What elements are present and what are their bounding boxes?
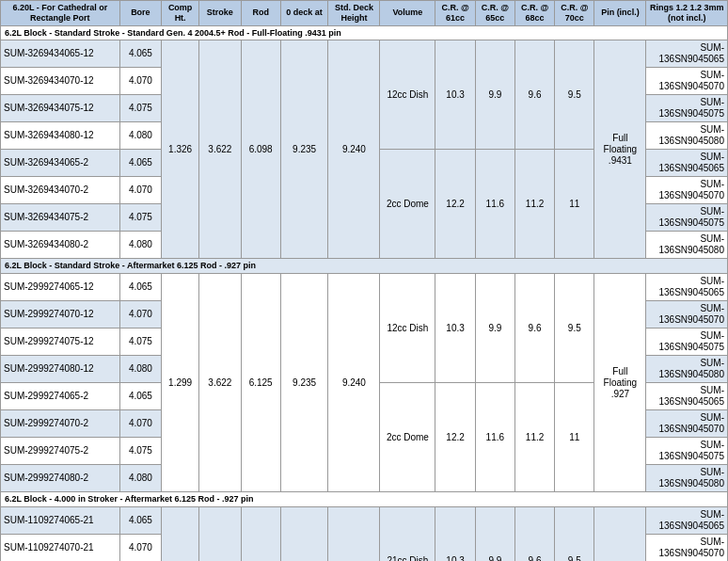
cell-ring: SUM-136SN9045075: [646, 204, 728, 232]
cell-stroke: 3.622: [199, 40, 241, 259]
cell-part: SUM-2999274065-12: [1, 274, 120, 301]
cell-ring: SUM-136SN9045065: [646, 506, 728, 534]
cell-volume-dish: 12cc Dish: [380, 274, 435, 383]
cell-cr61-dome: 12.2: [435, 150, 475, 259]
cell-pin: Full Floating .927: [594, 274, 646, 492]
cell-cr68-dish: 9.6: [514, 274, 554, 383]
header-comp: Comp Ht.: [162, 1, 199, 26]
cell-part: SUM-3269434075-12: [1, 95, 120, 122]
cell-ring: SUM-136SN9045075: [646, 95, 728, 122]
cell-part: SUM-2999274065-2: [1, 383, 120, 410]
header-cr65: C.R. @ 65cc: [475, 1, 514, 26]
cell-ring: SUM-136SN9045065: [646, 274, 728, 301]
cell-cr70-dish: 9.5: [555, 506, 594, 561]
cell-odeck: 9.235: [280, 40, 328, 259]
cell-ring: SUM-136SN9045080: [646, 465, 728, 492]
header-cr68: C.R. @ 68cc: [514, 1, 554, 26]
cell-part: SUM-1109274065-21: [1, 506, 120, 534]
cell-bore: 4.065: [119, 274, 161, 301]
cell-comp: 1.110: [162, 506, 199, 561]
cell-part: SUM-2999274070-2: [1, 410, 120, 438]
cell-cr68-dome: 11.2: [514, 383, 554, 492]
cell-cr65-dish: 9.9: [475, 274, 514, 383]
cell-ring: SUM-136SN9045070: [646, 68, 728, 95]
cell-cr70-dish: 9.5: [555, 40, 594, 150]
cell-ring: SUM-136SN9045080: [646, 122, 728, 150]
cell-ring: SUM-136SN9045075: [646, 329, 728, 356]
cell-volume-dish: 21cc Dish: [380, 506, 435, 561]
cell-volume-dome: 2cc Dome: [380, 383, 435, 492]
header-odeck: 0 deck at: [280, 1, 328, 26]
cell-part: SUM-2999274075-2: [1, 438, 120, 465]
cell-cr70-dish: 9.5: [555, 274, 594, 383]
cell-stroke: 3.622: [199, 274, 241, 492]
cell-pin: Full Floating .927: [594, 506, 646, 561]
cell-bore: 4.070: [119, 410, 161, 438]
cell-bore: 4.080: [119, 122, 161, 150]
cell-ring: SUM-136SN9045075: [646, 438, 728, 465]
cell-cr65-dish: 9.9: [475, 506, 514, 561]
cell-part: SUM-2999274070-12: [1, 301, 120, 329]
cell-cr61-dish: 10.3: [435, 506, 475, 561]
cell-ring: SUM-136SN9045070: [646, 301, 728, 329]
table-row: SUM-3269434065-124.0651.3263.6226.0989.2…: [1, 40, 728, 68]
cell-cr70-dome: 11: [555, 383, 594, 492]
cell-bore: 4.070: [119, 301, 161, 329]
cell-bore: 4.080: [119, 232, 161, 259]
cell-part: SUM-3269434070-2: [1, 177, 120, 204]
cell-cr65-dome: 11.6: [475, 383, 514, 492]
cell-rod: 6.125: [241, 274, 280, 492]
cell-part: SUM-1109274070-21: [1, 534, 120, 561]
cell-part: SUM-3269434070-12: [1, 68, 120, 95]
table-row: SUM-1109274065-214.0651.1104.0006.1259.2…: [1, 506, 728, 534]
cell-bore: 4.070: [119, 68, 161, 95]
cell-part: SUM-3269434080-12: [1, 122, 120, 150]
cell-cr68-dome: 11.2: [514, 150, 554, 259]
cell-rod: 6.098: [241, 40, 280, 259]
cell-bore: 4.065: [119, 383, 161, 410]
header-stroke: Stroke: [199, 1, 241, 26]
cell-part: SUM-3269434080-2: [1, 232, 120, 259]
cell-bore: 4.070: [119, 177, 161, 204]
cell-ring: SUM-136SN9045065: [646, 40, 728, 68]
cell-bore: 4.075: [119, 204, 161, 232]
table-row: SUM-2999274065-124.0651.2993.6226.1259.2…: [1, 274, 728, 301]
section-header-section1: 6.2L Block - Standard Stroke - Standard …: [1, 25, 728, 40]
cell-cr68-dish: 9.6: [514, 506, 554, 561]
cell-ring: SUM-136SN9045080: [646, 356, 728, 383]
cell-cr61-dish: 10.3: [435, 40, 475, 150]
cell-stroke: 4.000: [199, 506, 241, 561]
header-rings: Rings 1.2 1.2 3mm (not incl.): [646, 1, 728, 26]
cell-bore: 4.075: [119, 95, 161, 122]
cell-bore: 4.075: [119, 438, 161, 465]
header-cr70: C.R. @ 70cc: [555, 1, 594, 26]
section-header-section2: 6.2L Block - Standard Stroke - Aftermark…: [1, 259, 728, 274]
cell-bore: 4.065: [119, 40, 161, 68]
cell-ring: SUM-136SN9045070: [646, 177, 728, 204]
main-table: 6.20L - For Cathedral or Rectangle Port …: [0, 0, 728, 561]
header-stddeck: Std. Deck Height: [328, 1, 380, 26]
cell-cr61-dish: 10.3: [435, 274, 475, 383]
cell-ring: SUM-136SN9045080: [646, 232, 728, 259]
cell-rod: 6.125: [241, 506, 280, 561]
cell-bore: 4.065: [119, 150, 161, 177]
header-pin: Pin (incl.): [594, 1, 646, 26]
cell-bore: 4.075: [119, 329, 161, 356]
cell-ring: SUM-136SN9045065: [646, 383, 728, 410]
cell-part: SUM-2999274080-12: [1, 356, 120, 383]
header-bore: Bore: [119, 1, 161, 26]
header-rod: Rod: [241, 1, 280, 26]
cell-stddeck: 9.240: [328, 506, 380, 561]
header-cr61: C.R. @ 61cc: [435, 1, 475, 26]
cell-ring: SUM-136SN9045065: [646, 150, 728, 177]
cell-part: SUM-3269434075-2: [1, 204, 120, 232]
header-volume: Volume: [380, 1, 435, 26]
cell-odeck: 9.235: [280, 274, 328, 492]
section-header-section3: 6.2L Block - 4.000 in Stroker - Aftermar…: [1, 492, 728, 507]
cell-stddeck: 9.240: [328, 274, 380, 492]
cell-part: SUM-3269434065-12: [1, 40, 120, 68]
cell-volume-dome: 2cc Dome: [380, 150, 435, 259]
cell-part: SUM-3269434065-2: [1, 150, 120, 177]
cell-cr65-dome: 11.6: [475, 150, 514, 259]
cell-cr65-dish: 9.9: [475, 40, 514, 150]
